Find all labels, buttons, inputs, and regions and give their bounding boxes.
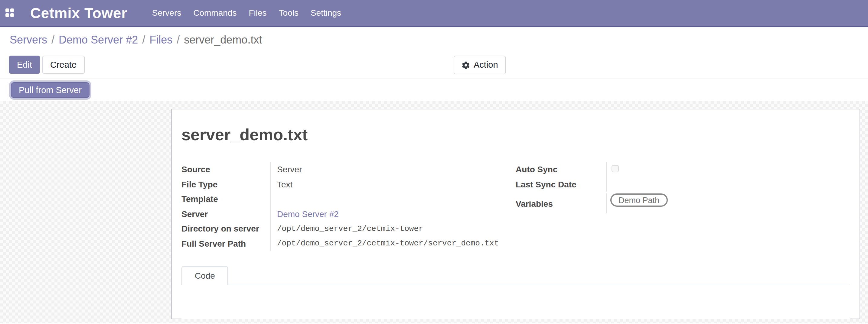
breadcrumb-separator: / [173, 34, 184, 46]
field-label-template: Template [182, 192, 271, 206]
field-row-variables: Variables Demo Path [516, 192, 850, 214]
breadcrumb-separator: / [138, 34, 149, 46]
gear-icon [462, 61, 470, 69]
nav-item-files[interactable]: Files [243, 0, 273, 27]
apps-grid-dot [5, 13, 9, 17]
breadcrumb-link-servers[interactable]: Servers [10, 34, 47, 46]
field-label-last-sync-date: Last Sync Date [516, 177, 607, 192]
nav-item-commands[interactable]: Commands [187, 0, 243, 27]
field-row-auto-sync: Auto Sync [516, 162, 850, 177]
action-button-label: Action [474, 61, 498, 69]
form-view-background: server_demo.txt Source Server File Type … [0, 101, 868, 323]
apps-grid-dot [5, 8, 9, 12]
breadcrumb-link-demo-server-2[interactable]: Demo Server #2 [59, 34, 138, 46]
field-label-directory: Directory on server [182, 221, 271, 236]
field-row-directory: Directory on server /opt/demo_server_2/c… [182, 221, 516, 236]
tab-code-content [182, 285, 850, 319]
create-button[interactable]: Create [42, 56, 84, 74]
field-label-full-path: Full Server Path [182, 236, 271, 251]
edit-create-button-group: Edit Create [9, 56, 84, 74]
top-navbar: Cetmix Tower Servers Commands Files Tool… [0, 0, 868, 27]
nav-item-servers[interactable]: Servers [146, 0, 187, 27]
field-row-file-type: File Type Text [182, 177, 516, 192]
field-label-server: Server [182, 206, 271, 221]
form-sheet: server_demo.txt Source Server File Type … [171, 109, 860, 319]
field-value-source: Server [271, 165, 302, 174]
edit-button[interactable]: Edit [9, 56, 40, 74]
statusbar: Pull from Server [0, 79, 868, 101]
nav-item-settings[interactable]: Settings [305, 0, 347, 27]
field-value-directory: /opt/demo_server_2/cetmix-tower [271, 224, 424, 233]
apps-grid-dot [10, 8, 14, 12]
notebook-tabs: Code [182, 266, 850, 285]
field-group-right: Auto Sync Last Sync Date Variables Demo … [516, 162, 850, 251]
field-value-variables: Demo Path [607, 193, 668, 207]
field-row-template: Template [182, 192, 516, 206]
field-value-server: Demo Server #2 [271, 209, 339, 219]
app-window: Cetmix Tower Servers Commands Files Tool… [0, 0, 868, 324]
field-groups: Source Server File Type Text Template Se… [182, 162, 850, 251]
control-panel: Servers/Demo Server #2/Files/server_demo… [0, 27, 868, 79]
tab-code-label: Code [195, 271, 215, 281]
field-row-source: Source Server [182, 162, 516, 177]
field-value-auto-sync [607, 165, 619, 174]
apps-grid-dot [10, 13, 14, 17]
apps-grid-icon[interactable] [5, 8, 14, 18]
app-brand[interactable]: Cetmix Tower [30, 4, 127, 22]
variable-tag-demo-path: Demo Path [610, 193, 668, 207]
field-label-auto-sync: Auto Sync [516, 162, 607, 177]
field-row-full-path: Full Server Path /opt/demo_server_2/cetm… [182, 236, 516, 251]
record-title: server_demo.txt [182, 125, 850, 144]
field-row-server: Server Demo Server #2 [182, 206, 516, 221]
nav-item-tools[interactable]: Tools [273, 0, 305, 27]
breadcrumb-current: server_demo.txt [184, 34, 262, 46]
pull-from-server-button[interactable]: Pull from Server [11, 82, 90, 98]
breadcrumb-link-files[interactable]: Files [149, 34, 173, 46]
action-button[interactable]: Action [454, 56, 506, 74]
breadcrumb: Servers/Demo Server #2/Files/server_demo… [10, 32, 262, 48]
field-value-file-type: Text [271, 180, 292, 189]
tab-code[interactable]: Code [182, 266, 228, 285]
breadcrumb-separator: / [47, 34, 59, 46]
auto-sync-checkbox[interactable] [611, 165, 619, 172]
field-value-full-path: /opt/demo_server_2/cetmix-tower/server_d… [271, 239, 499, 248]
field-row-last-sync-date: Last Sync Date [516, 177, 850, 192]
field-label-file-type: File Type [182, 177, 271, 192]
field-label-source: Source [182, 162, 271, 177]
field-group-left: Source Server File Type Text Template Se… [182, 162, 516, 251]
server-record-link[interactable]: Demo Server #2 [277, 209, 339, 219]
field-label-variables: Variables [516, 193, 607, 214]
main-menu: Servers Commands Files Tools Settings [146, 0, 347, 27]
